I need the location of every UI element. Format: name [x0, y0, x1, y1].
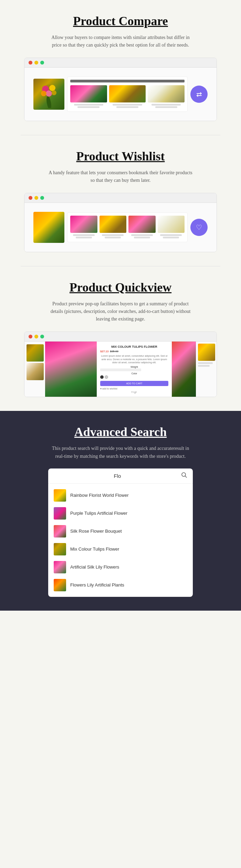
quickview-browser-bar	[24, 332, 217, 342]
product-name-line-1	[74, 104, 103, 106]
qv-thumbnail-2[interactable]	[27, 363, 44, 380]
qv-extra-text-1	[198, 362, 213, 364]
heart-icon: ♡	[196, 223, 202, 231]
swatch-light[interactable]	[105, 375, 108, 379]
quickview-add-to-cart-button[interactable]: ADD TO CART	[100, 381, 168, 386]
product-wishlist-section: Product Wishlist A handy feature that le…	[0, 135, 241, 266]
result-label-6: Flowers Lily Artificial Plants	[70, 582, 124, 588]
product-compare-title: Product Compare	[21, 14, 220, 28]
dot-red-3	[29, 335, 32, 338]
svg-line-8	[185, 476, 187, 477]
result-label-2: Purple Tulips Artificial Flower	[70, 511, 127, 516]
quickview-thumbnails	[24, 342, 45, 397]
product-quickview-desc: Product preview pop-up facilitates buyer…	[48, 300, 193, 323]
product-wishlist-desc: A handy feature that lets your consumers…	[48, 169, 193, 185]
swap-icon: ⇄	[196, 90, 202, 98]
qv-extra-text-2	[198, 365, 210, 367]
compare-swap-button[interactable]: ⇄	[190, 86, 208, 103]
product-img-2	[109, 85, 146, 102]
product-compare-desc: Allow your buyers to compare items with …	[48, 34, 193, 49]
quickview-main-image	[45, 342, 97, 397]
wishlist-panel	[67, 213, 188, 242]
quickview-content: MIX COLOUR TULIPS FLOWER $27.13 $35.00 L…	[24, 342, 217, 397]
result-thumb-1	[54, 489, 66, 502]
qv-thumbnail-1[interactable]	[27, 344, 44, 362]
wishlist-img-2	[99, 216, 127, 233]
search-result-3[interactable]: Silk Rose Flower Bouquet	[48, 522, 193, 540]
search-result-6[interactable]: Flowers Lily Artificial Plants	[48, 576, 193, 594]
result-label-1: Rainbow Florist World Flower	[70, 493, 129, 498]
compare-mockup: ⇄	[30, 73, 211, 115]
advanced-search-desc: This product search will provide you wit…	[48, 445, 193, 460]
result-label-3: Silk Rose Flower Bouquet	[70, 529, 122, 534]
wishlist-img-4	[158, 216, 185, 233]
wishlist-product-3	[128, 216, 156, 239]
wishlist-img-1	[70, 216, 97, 233]
svg-point-0	[46, 96, 52, 108]
result-thumb-2	[54, 507, 66, 520]
product-img-1	[70, 85, 107, 102]
dot-green-3	[40, 335, 44, 338]
w-desc-4	[163, 237, 179, 238]
swatch-dark[interactable]	[100, 375, 104, 379]
search-input-value[interactable]: Flo	[54, 473, 181, 479]
w-name-3	[131, 234, 153, 236]
product-name-line-3	[151, 104, 181, 106]
product-wishlist-title: Product Wishlist	[21, 149, 220, 164]
wishlist-product-1	[70, 216, 97, 239]
product-compare-section: Product Compare Allow your buyers to com…	[0, 0, 241, 135]
quickview-product-details: MIX COLOUR TULIPS FLOWER $27.13 $35.00 L…	[97, 342, 172, 397]
search-box: Flo Rainbow Florist World Flower Purple …	[48, 468, 193, 597]
advanced-search-section: Advanced Search This product search will…	[0, 411, 241, 611]
product-quickview-title: Product Quickview	[21, 280, 220, 295]
product-desc-line-1	[77, 106, 99, 108]
search-result-4[interactable]: Mix Colour Tulips Flower	[48, 540, 193, 558]
dot-yellow-2	[34, 196, 38, 200]
quickview-right-extra	[196, 342, 217, 397]
qv-extra-thumbnail[interactable]	[198, 344, 215, 361]
svg-point-6	[52, 90, 56, 95]
compare-content: ⇄	[24, 68, 217, 121]
wishlist-content: ♡	[24, 203, 217, 252]
quickview-wishlist-link[interactable]: ♥ add to wishlist	[100, 387, 117, 390]
browser-bar	[24, 58, 217, 68]
search-result-1[interactable]: Rainbow Florist World Flower	[48, 486, 193, 504]
w-name-1	[73, 234, 95, 236]
wishlist-heart-button[interactable]: ♡	[190, 219, 208, 236]
dot-yellow-3	[34, 335, 38, 338]
search-icon[interactable]	[181, 472, 187, 480]
search-result-2[interactable]: Purple Tulips Artificial Flower	[48, 504, 193, 522]
compare-browser-mockup: ⇄	[24, 58, 217, 121]
result-label-4: Mix Colour Tulips Flower	[70, 546, 119, 552]
dot-yellow	[34, 61, 38, 65]
dot-green	[40, 61, 44, 65]
quickview-action-links: ♥ add to wishlist	[100, 387, 168, 390]
result-label-5: Artificial Silk Lily Flowers	[70, 564, 119, 570]
result-thumb-5	[54, 561, 66, 573]
quickview-price-original: $35.00	[110, 350, 118, 353]
search-results-list: Rainbow Florist World Flower Purple Tuli…	[48, 484, 193, 597]
w-desc-1	[76, 237, 92, 238]
compare-panel	[67, 77, 188, 112]
product-name-line-2	[113, 104, 142, 106]
w-desc-3	[134, 237, 150, 238]
compare-product-1	[70, 85, 107, 109]
svg-point-5	[41, 91, 46, 96]
quickview-swatches	[100, 375, 168, 379]
compare-product-2	[109, 85, 146, 109]
product-quickview-section: Product Quickview Product preview pop-up…	[0, 266, 241, 411]
quickview-right-image	[172, 342, 196, 397]
search-input-row: Flo	[48, 468, 193, 484]
quickview-description: Lorem ipsum dolor sit amet, consectetur …	[100, 354, 168, 364]
w-name-2	[102, 234, 124, 236]
wishlist-product-2	[99, 216, 127, 239]
search-result-5[interactable]: Artificial Silk Lily Flowers	[48, 558, 193, 576]
quickview-share-links: f t g+	[100, 391, 168, 393]
quickview-color-label: Color	[100, 372, 168, 375]
wishlist-img-3	[128, 216, 156, 233]
wishlist-main-image	[33, 212, 64, 243]
product-desc-line-2	[116, 106, 138, 108]
wishlist-products-list	[70, 216, 185, 239]
product-desc-line-3	[155, 106, 177, 108]
quickview-weight-value	[100, 368, 141, 371]
